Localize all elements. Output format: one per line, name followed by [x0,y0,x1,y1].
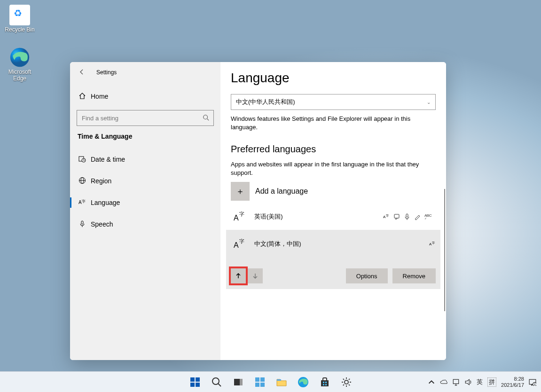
svg-rect-42 [323,384,324,385]
svg-line-51 [343,384,344,385]
language-a-icon: A字 [231,235,250,253]
svg-rect-33 [255,377,259,382]
add-language-button[interactable]: ＋ Add a language [231,182,436,201]
svg-rect-14 [81,221,83,224]
nav-region[interactable]: Region [77,170,214,192]
svg-line-30 [218,384,221,386]
add-language-label: Add a language [255,187,308,196]
svg-text:字: 字 [432,241,435,244]
task-view[interactable] [229,373,247,391]
nav-label: Language [91,199,120,206]
svg-text:A: A [78,200,82,205]
edge-icon [9,47,30,68]
nav-label: Home [91,93,108,100]
nav-label: Speech [91,220,113,228]
svg-rect-20 [406,214,408,217]
store-taskbar[interactable] [316,373,334,391]
desktop-icon-label: Recycle Bin [2,26,37,33]
display-language-dropdown[interactable]: 中文(中华人民共和国) ⌄ [231,94,436,110]
onedrive-icon[interactable] [440,378,447,386]
language-item-english[interactable]: A字 英语(美国) A字 ABC✓ [231,204,436,230]
window-title: Settings [96,69,117,76]
display-language-icon: A字 [429,241,436,247]
svg-text:字: 字 [386,214,389,217]
svg-rect-25 [190,377,195,382]
spell-check-icon: ABC✓ [424,213,431,220]
notifications-icon[interactable]: 3 [529,378,536,386]
svg-text:字: 字 [239,238,244,244]
svg-text:字: 字 [82,199,86,204]
svg-rect-39 [321,380,329,386]
dropdown-value: 中文(中华人民共和国) [236,98,295,106]
nav-home[interactable]: Home [77,86,214,107]
volume-icon[interactable] [464,378,472,386]
taskbar-search[interactable] [208,373,226,391]
language-feature-icons: A字 [429,241,436,247]
handwriting-icon [414,213,421,220]
language-a-icon: A字 [231,207,250,226]
speech-recognition-icon [404,213,410,220]
settings-window: Settings Home Time & Language Date & tim… [70,62,446,360]
nav-date-time[interactable]: Date & time [77,149,214,170]
svg-rect-28 [196,383,200,387]
display-language-icon: A字 [383,213,390,220]
taskbar-clock[interactable]: 8:28 2021/6/17 [501,376,524,388]
home-icon [78,92,91,101]
network-icon[interactable] [452,378,460,386]
ime-indicator[interactable]: 英 [477,378,483,386]
svg-point-44 [345,380,348,384]
desktop-icon-label: Microsoft Edge [2,69,37,82]
clock-time: 8:28 [501,376,524,382]
move-down-button[interactable] [248,268,263,283]
svg-text:3: 3 [534,383,535,385]
move-up-button[interactable] [231,268,246,283]
ime-mode[interactable]: 拼 [487,377,496,387]
settings-sidebar: Settings Home Time & Language Date & tim… [70,62,220,360]
edge-taskbar[interactable] [294,373,312,391]
search-icon [203,114,209,122]
search-input[interactable] [77,110,214,126]
nav-speech[interactable]: Speech [77,213,214,235]
svg-line-50 [349,384,350,385]
arrow-up-icon [235,273,242,279]
display-language-description: Windows features like Settings and File … [231,115,428,132]
preferred-languages-heading: Preferred languages [231,144,436,155]
svg-rect-36 [260,383,265,387]
scrollbar[interactable] [444,189,445,311]
language-feature-icons: A字 ABC✓ [383,213,431,220]
page-heading: Language [231,71,436,86]
language-item-chinese[interactable]: A字 中文(简体，中国) A字 Options Remove [226,230,440,289]
desktop-icon-recycle-bin[interactable]: Recycle Bin [2,5,37,33]
recycle-bin-icon [9,5,30,25]
tray-overflow-icon[interactable] [428,378,435,386]
file-explorer[interactable] [273,373,290,391]
settings-content: Language 中文(中华人民共和国) ⌄ Windows features … [220,62,446,360]
settings-taskbar[interactable] [337,373,355,391]
svg-point-29 [212,378,219,384]
nav-language[interactable]: A字 Language [77,192,214,213]
svg-rect-19 [394,214,399,218]
plus-icon: ＋ [231,182,250,201]
svg-text:字: 字 [239,211,244,217]
preferred-languages-description: Apps and websites will appear in the fir… [231,160,428,177]
back-button[interactable] [78,69,85,77]
clock-date: 2021/6/17 [501,382,524,388]
svg-rect-27 [190,383,195,387]
taskbar: 英 拼 8:28 2021/6/17 3 [0,371,541,392]
nav-section-header: Time & Language [78,133,214,140]
svg-rect-31 [234,379,240,385]
remove-button[interactable]: Remove [392,268,436,283]
desktop-icon-edge[interactable]: Microsoft Edge [2,47,37,82]
svg-rect-53 [453,379,458,384]
svg-rect-37 [277,379,281,381]
svg-line-6 [207,119,209,121]
language-name: 英语(美国) [254,212,283,221]
widgets-button[interactable] [251,373,269,391]
options-button[interactable]: Options [346,268,388,283]
start-button[interactable] [186,373,204,391]
chevron-down-icon: ⌄ [427,100,431,105]
text-to-speech-icon [393,213,400,220]
svg-rect-43 [325,384,327,385]
search-container [77,110,214,126]
arrow-down-icon [252,273,259,279]
